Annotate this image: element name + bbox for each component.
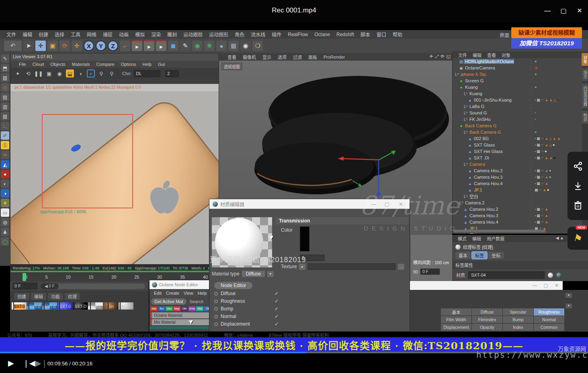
pick-material-icon[interactable]: ⚲ [108, 69, 116, 77]
viewport-nav-icon[interactable]: ⟳ [440, 54, 444, 59]
minimize-button[interactable]: — [542, 6, 553, 16]
live-viewer-title[interactable]: Live Viewer 3.07-R1 [10, 53, 219, 61]
octane-menu-item[interactable]: Help [196, 291, 209, 296]
viewport-menu-item[interactable]: 显示 [260, 54, 274, 60]
c4d-menu-item[interactable]: 编辑 [19, 31, 35, 38]
octane-node-item[interactable]: Mix Material [150, 319, 212, 325]
material-channel-tab[interactable]: Film Width [441, 316, 471, 323]
object-row[interactable]: ▲ 001~JinShu-Kuang ⁚ ▪▦⁘▲▲△● [453, 97, 582, 103]
attribute-history-arrows[interactable]: ◀ ▲ [556, 236, 564, 240]
node-editor-button[interactable]: Node Editor [214, 282, 252, 289]
object-label[interactable]: FK JinSHu [468, 117, 491, 122]
object-tags[interactable]: ▪▦⁘▲▲△● [535, 98, 582, 102]
object-row[interactable]: Lº LaBa G ⁚ [453, 103, 582, 110]
dropdown-arrow-1[interactable]: ▾ [565, 293, 572, 298]
close-button[interactable]: ✕ [574, 6, 585, 16]
object-label[interactable]: SXT Glass [473, 143, 495, 147]
octane-category-tab[interactable]: Ems [188, 306, 196, 311]
object-tags[interactable]: ● [535, 73, 582, 76]
check-icon[interactable]: ✓ [275, 291, 279, 296]
octane-menu-item[interactable]: Edit [152, 291, 164, 296]
object-label[interactable]: Screen G [464, 78, 484, 83]
object-label[interactable]: Camera.2 [464, 200, 484, 205]
visibility-dots[interactable]: ⁚ [527, 111, 535, 115]
hud-frame-field[interactable]: 0 F [420, 269, 440, 275]
octane-node-editor-titlebar[interactable]: Octane Node Editor [150, 280, 213, 289]
trash-icon[interactable] [574, 201, 582, 210]
material-thumb[interactable]: Glass [88, 302, 103, 310]
c4d-menu-item[interactable]: 工具 [68, 31, 84, 38]
frame-slider[interactable]: ◀ 0 F [41, 283, 145, 289]
object-label[interactable]: SXT Hei Glass [473, 149, 503, 154]
attribute-tab[interactable]: 坐标 [488, 252, 504, 259]
object-row[interactable]: ▲ Camera Hou.2 ⁚ ▪▦⁘▲ [453, 206, 582, 212]
object-label[interactable]: HDRLightStudioXOctane [464, 59, 514, 64]
attribute-tab[interactable]: 基本 [455, 252, 471, 259]
visibility-dots[interactable]: ⁚ [527, 72, 535, 76]
attribute-menu-item[interactable]: 编辑 [470, 235, 484, 242]
object-tags[interactable]: ◉ [535, 66, 582, 70]
edges-mode-icon[interactable]: ▥ [1, 102, 9, 111]
object-tags[interactable]: ● [535, 86, 582, 89]
rotate-icon[interactable]: ⟳ [59, 41, 70, 51]
material-menu-item[interactable]: 编辑 [31, 293, 46, 300]
live-viewer-menu-item[interactable]: Compare [93, 62, 117, 67]
download-icon[interactable] [573, 181, 583, 191]
mograph-icon[interactable]: ◭ [1, 160, 9, 169]
c4d-menu-item[interactable]: RealFlow [285, 32, 311, 37]
visibility-dots[interactable]: ⁚ [527, 233, 535, 234]
material-ball-icon[interactable]: ◑ [76, 69, 84, 77]
side-dock-tab[interactable]: 内容浏览器 [582, 84, 588, 108]
visibility-dots[interactable]: ⁚ [527, 201, 535, 205]
visibility-dots[interactable]: ⁚ [527, 207, 535, 211]
render-region-frame[interactable] [42, 114, 133, 208]
c4d-menu-item[interactable]: 模拟 [132, 31, 148, 38]
c4d-menu-item[interactable]: 插件 [268, 31, 285, 38]
object-tags[interactable]: ● [535, 130, 582, 134]
c4d-menu-item[interactable]: 脚本 [357, 31, 373, 38]
object-row[interactable]: Lº Camera ⁚ [453, 161, 582, 167]
octane-menu-item[interactable]: Create [164, 291, 181, 296]
material-thumb[interactable]: SXT-0 [12, 302, 27, 310]
axis-z-button[interactable]: Z [108, 41, 118, 51]
material-menu-item[interactable]: 创建 [14, 293, 29, 300]
object-label[interactable]: JP.1 [473, 188, 482, 192]
render-settings-icon[interactable]: ▶ [156, 41, 166, 51]
c4d-menu-item[interactable]: 渲染 [148, 31, 164, 38]
visibility-dots[interactable]: ⁚ [527, 181, 535, 185]
object-row[interactable]: ▲ 002 BG ⁚ ▪▦⁘▲△▲▲ [453, 135, 582, 142]
texture-field[interactable] [308, 263, 395, 270]
object-label[interactable]: Sound G [468, 110, 487, 115]
pick-focus-icon[interactable]: ⚲ [97, 69, 105, 77]
material-channel-tab[interactable]: Common [534, 324, 564, 331]
c4d-menu-item[interactable]: Octane [311, 32, 333, 37]
live-viewer-menu-item[interactable]: Materials [69, 62, 93, 67]
visibility-dots[interactable]: ⁚ [527, 214, 535, 218]
visibility-dots[interactable]: ⁚ [527, 98, 535, 102]
settings-gear-icon[interactable]: ◉ [55, 69, 64, 77]
material-channel-tab[interactable]: Roughness [534, 308, 564, 316]
object-row[interactable]: Lº Sound G ⁚ ▪ [453, 110, 582, 116]
layout-switcher[interactable]: 界面 [500, 32, 509, 39]
object-row[interactable]: ▲ JP.1 ⁚ ▦⁘▲● [453, 187, 582, 193]
render-region-icon[interactable]: ▶ [144, 41, 154, 51]
camera-icon[interactable]: ◉ [240, 41, 251, 51]
object-label[interactable]: Kuang [464, 85, 478, 90]
visibility-dots[interactable]: ⁚ [527, 137, 535, 141]
object-label[interactable]: Camera Hou.2 [468, 207, 498, 212]
material-link-field[interactable]: SXT-04 [468, 271, 545, 279]
attribute-menu-item[interactable]: 用户数据 [484, 235, 507, 242]
c4d-menu-item[interactable]: 选择 [51, 31, 68, 38]
viewport-nav-icon[interactable]: ⤢ [435, 54, 439, 59]
octane-category-tab[interactable]: Mat [196, 306, 203, 311]
c4d-menu-item[interactable]: 流水线 [248, 31, 268, 38]
share-icon[interactable] [573, 161, 583, 171]
previous-button[interactable]: ❘◀ [23, 359, 35, 368]
sphere-tool-icon[interactable]: ◍ [1, 218, 9, 226]
object-label[interactable]: OctaneCamera [464, 65, 495, 70]
live-viewer-menu-item[interactable]: File [16, 62, 29, 67]
c4d-menu-item[interactable]: 帮助 [389, 31, 406, 38]
octane-node-item[interactable]: Octane Material [150, 312, 212, 318]
object-tags[interactable]: ▪ [535, 111, 582, 115]
object-label[interactable]: Camera Hou.3 [468, 213, 498, 218]
